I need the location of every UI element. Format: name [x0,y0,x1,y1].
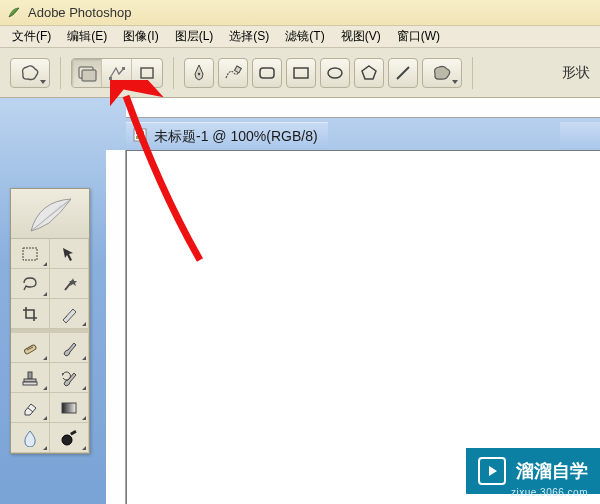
menu-view[interactable]: 视图(V) [333,26,389,47]
mode-fill-pixels[interactable] [132,59,162,87]
watermark-url: zixue.3066.com [511,487,588,498]
svg-rect-19 [24,344,37,354]
flyout-icon [43,262,47,266]
pen-tool-option[interactable] [184,58,214,88]
document-titlebar[interactable]: 未标题-1 @ 100%(RGB/8) [126,122,328,150]
feather-icon [21,193,79,235]
separator [472,57,473,89]
line-option[interactable] [388,58,418,88]
menu-filter-label: 滤镜(T) [285,29,324,43]
svg-point-9 [328,68,342,78]
brush-tool[interactable] [50,333,89,363]
mode-paths[interactable] [102,59,132,87]
svg-point-5 [198,72,200,74]
rectangle-icon [292,65,310,81]
svg-rect-13 [136,131,139,134]
menu-file-label: 文件(F) [12,29,51,43]
svg-marker-10 [362,66,376,79]
document-title-text: 未标题-1 @ 100%(RGB/8) [154,128,318,146]
blur-icon [22,429,38,447]
watermark-brand: 溜溜自学 [516,459,588,483]
play-icon [478,457,506,485]
menu-window[interactable]: 窗口(W) [389,26,448,47]
svg-point-26 [62,435,72,445]
menu-edit[interactable]: 编辑(E) [59,26,115,47]
menubar: 文件(F) 编辑(E) 图像(I) 图层(L) 选择(S) 滤镜(T) 视图(V… [0,26,600,48]
tool-preset-picker[interactable] [10,58,50,88]
flyout-icon [43,292,47,296]
stamp-icon [21,369,39,387]
flyout-icon [43,356,47,360]
healing-icon [21,339,39,357]
svg-rect-8 [294,68,308,78]
polygon-icon [360,64,378,82]
svg-rect-25 [62,403,76,413]
eraser-tool[interactable] [11,393,50,423]
toolbox[interactable] [10,188,90,454]
menu-filter[interactable]: 滤镜(T) [277,26,332,47]
gradient-icon [60,401,78,415]
ellipse-icon [326,65,344,81]
gradient-tool[interactable] [50,393,89,423]
rounded-rectangle-option[interactable] [252,58,282,88]
marquee-tool[interactable] [11,239,50,269]
fill-pixels-icon [137,64,157,82]
svg-rect-3 [122,67,125,70]
separator [60,57,61,89]
document-icon [132,127,148,146]
svg-rect-23 [23,382,37,385]
lasso-tool[interactable] [11,269,50,299]
menu-file[interactable]: 文件(F) [4,26,59,47]
ruler-horizontal[interactable] [126,98,600,118]
separator [173,57,174,89]
rectangle-option[interactable] [286,58,316,88]
polygon-option[interactable] [354,58,384,88]
flyout-icon [82,386,86,390]
brush-icon [60,339,78,357]
freeform-pen-option[interactable] [218,58,248,88]
wand-icon [60,275,78,293]
watermark: 溜溜自学 zixue.3066.com [466,448,600,494]
blur-tool[interactable] [11,423,50,453]
clone-stamp-tool[interactable] [11,363,50,393]
healing-brush-tool[interactable] [11,333,50,363]
flyout-icon [82,356,86,360]
shape-mode-label: 形状 [562,64,590,82]
menu-image[interactable]: 图像(I) [115,26,166,47]
titlebar: Adobe Photoshop [0,0,600,26]
menu-window-label: 窗口(W) [397,29,440,43]
svg-rect-6 [235,66,242,73]
svg-rect-14 [140,131,144,133]
tool-grid [11,239,89,453]
shape-layer-icon [77,64,97,82]
ellipse-option[interactable] [320,58,350,88]
svg-line-11 [397,67,409,79]
slice-tool[interactable] [50,299,89,329]
svg-rect-2 [109,77,112,80]
mode-shape-layers[interactable] [72,59,102,87]
flyout-icon [82,322,86,326]
magic-wand-tool[interactable] [50,269,89,299]
ruler-vertical[interactable] [106,150,126,504]
menu-select[interactable]: 选择(S) [221,26,277,47]
svg-rect-7 [260,68,274,78]
dodge-icon [60,429,78,447]
menu-layer[interactable]: 图层(L) [167,26,222,47]
app-title: Adobe Photoshop [28,5,131,20]
svg-rect-16 [23,248,37,260]
flyout-icon [43,446,47,450]
custom-shape-picker[interactable] [422,58,462,88]
move-tool[interactable] [50,239,89,269]
menu-layer-label: 图层(L) [175,29,214,43]
svg-rect-21 [28,372,32,379]
lasso-icon [20,275,40,293]
svg-rect-15 [136,136,144,139]
history-brush-tool[interactable] [50,363,89,393]
mode-group [71,58,163,88]
menu-select-label: 选择(S) [229,29,269,43]
line-icon [394,64,412,82]
dodge-tool[interactable] [50,423,89,453]
crop-tool[interactable] [11,299,50,329]
svg-rect-27 [70,430,77,436]
menu-image-label: 图像(I) [123,29,158,43]
